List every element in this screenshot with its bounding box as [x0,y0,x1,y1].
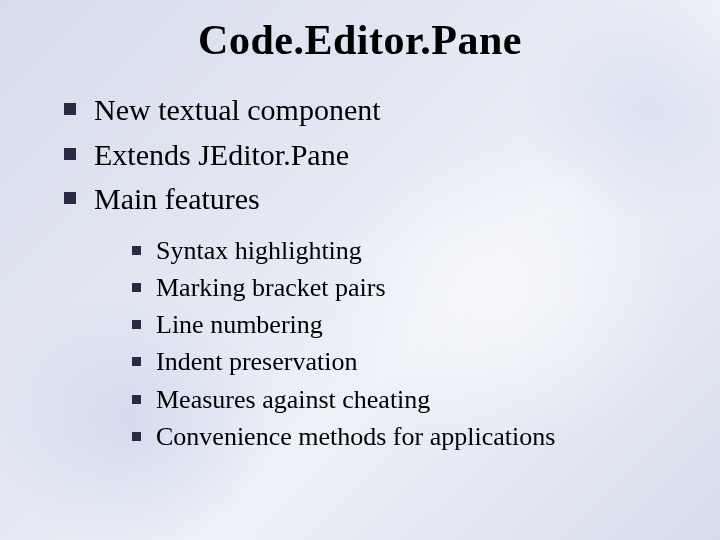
sub-bullet-text: Syntax highlighting [156,236,362,265]
sub-bullet-text: Line numbering [156,310,323,339]
bullet-item: Main features [60,179,680,220]
sub-bullet-text: Marking bracket pairs [156,273,386,302]
sub-bullet-text: Indent preservation [156,347,357,376]
bullet-item: New textual component [60,90,680,131]
sub-bullet-item: Convenience methods for applications [130,420,680,454]
bullet-list: New textual component Extends JEditor.Pa… [60,90,680,220]
sub-bullet-item: Line numbering [130,308,680,342]
sub-bullet-text: Measures against cheating [156,385,430,414]
slide-content: New textual component Extends JEditor.Pa… [60,90,680,457]
sub-bullet-item: Indent preservation [130,345,680,379]
sub-bullet-list: Syntax highlighting Marking bracket pair… [60,234,680,455]
bullet-text: Main features [94,182,260,215]
sub-bullet-item: Marking bracket pairs [130,271,680,305]
slide-title: Code.Editor.Pane [0,16,720,64]
sub-bullet-item: Syntax highlighting [130,234,680,268]
slide: Code.Editor.Pane New textual component E… [0,0,720,540]
bullet-item: Extends JEditor.Pane [60,135,680,176]
bullet-text: New textual component [94,93,381,126]
sub-bullet-text: Convenience methods for applications [156,422,555,451]
bullet-text: Extends JEditor.Pane [94,138,349,171]
sub-bullet-item: Measures against cheating [130,383,680,417]
